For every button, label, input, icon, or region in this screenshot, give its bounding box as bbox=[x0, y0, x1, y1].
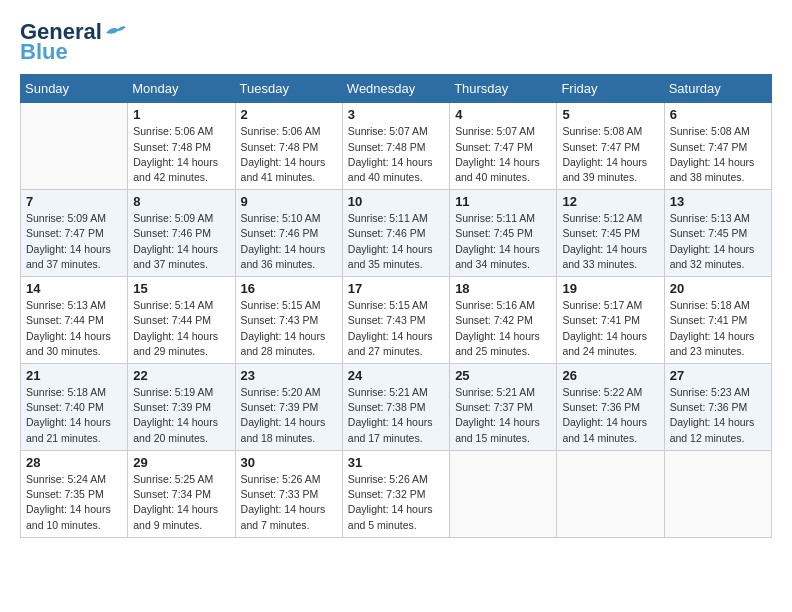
calendar-cell: 11Sunrise: 5:11 AM Sunset: 7:45 PM Dayli… bbox=[450, 190, 557, 277]
day-number: 4 bbox=[455, 107, 551, 122]
calendar-cell: 26Sunrise: 5:22 AM Sunset: 7:36 PM Dayli… bbox=[557, 364, 664, 451]
calendar-week-3: 14Sunrise: 5:13 AM Sunset: 7:44 PM Dayli… bbox=[21, 277, 772, 364]
calendar-header-wednesday: Wednesday bbox=[342, 75, 449, 103]
day-info: Sunrise: 5:26 AM Sunset: 7:32 PM Dayligh… bbox=[348, 472, 444, 533]
calendar-cell: 30Sunrise: 5:26 AM Sunset: 7:33 PM Dayli… bbox=[235, 450, 342, 537]
calendar-header-monday: Monday bbox=[128, 75, 235, 103]
day-info: Sunrise: 5:18 AM Sunset: 7:41 PM Dayligh… bbox=[670, 298, 766, 359]
day-info: Sunrise: 5:11 AM Sunset: 7:45 PM Dayligh… bbox=[455, 211, 551, 272]
day-info: Sunrise: 5:08 AM Sunset: 7:47 PM Dayligh… bbox=[562, 124, 658, 185]
calendar-week-2: 7Sunrise: 5:09 AM Sunset: 7:47 PM Daylig… bbox=[21, 190, 772, 277]
day-number: 19 bbox=[562, 281, 658, 296]
calendar-cell: 10Sunrise: 5:11 AM Sunset: 7:46 PM Dayli… bbox=[342, 190, 449, 277]
calendar-table: SundayMondayTuesdayWednesdayThursdayFrid… bbox=[20, 74, 772, 537]
day-info: Sunrise: 5:07 AM Sunset: 7:47 PM Dayligh… bbox=[455, 124, 551, 185]
day-number: 31 bbox=[348, 455, 444, 470]
calendar-header-tuesday: Tuesday bbox=[235, 75, 342, 103]
day-info: Sunrise: 5:24 AM Sunset: 7:35 PM Dayligh… bbox=[26, 472, 122, 533]
calendar-cell: 3Sunrise: 5:07 AM Sunset: 7:48 PM Daylig… bbox=[342, 103, 449, 190]
day-number: 11 bbox=[455, 194, 551, 209]
calendar-cell: 12Sunrise: 5:12 AM Sunset: 7:45 PM Dayli… bbox=[557, 190, 664, 277]
calendar-header-saturday: Saturday bbox=[664, 75, 771, 103]
calendar-cell: 25Sunrise: 5:21 AM Sunset: 7:37 PM Dayli… bbox=[450, 364, 557, 451]
day-number: 6 bbox=[670, 107, 766, 122]
day-info: Sunrise: 5:10 AM Sunset: 7:46 PM Dayligh… bbox=[241, 211, 337, 272]
day-number: 10 bbox=[348, 194, 444, 209]
day-number: 7 bbox=[26, 194, 122, 209]
day-info: Sunrise: 5:21 AM Sunset: 7:38 PM Dayligh… bbox=[348, 385, 444, 446]
day-number: 22 bbox=[133, 368, 229, 383]
day-info: Sunrise: 5:06 AM Sunset: 7:48 PM Dayligh… bbox=[133, 124, 229, 185]
calendar-cell: 18Sunrise: 5:16 AM Sunset: 7:42 PM Dayli… bbox=[450, 277, 557, 364]
calendar-cell: 9Sunrise: 5:10 AM Sunset: 7:46 PM Daylig… bbox=[235, 190, 342, 277]
day-number: 5 bbox=[562, 107, 658, 122]
day-number: 29 bbox=[133, 455, 229, 470]
day-info: Sunrise: 5:15 AM Sunset: 7:43 PM Dayligh… bbox=[348, 298, 444, 359]
day-number: 27 bbox=[670, 368, 766, 383]
calendar-header-row: SundayMondayTuesdayWednesdayThursdayFrid… bbox=[21, 75, 772, 103]
day-number: 25 bbox=[455, 368, 551, 383]
day-info: Sunrise: 5:17 AM Sunset: 7:41 PM Dayligh… bbox=[562, 298, 658, 359]
calendar-cell: 19Sunrise: 5:17 AM Sunset: 7:41 PM Dayli… bbox=[557, 277, 664, 364]
day-number: 9 bbox=[241, 194, 337, 209]
calendar-cell: 27Sunrise: 5:23 AM Sunset: 7:36 PM Dayli… bbox=[664, 364, 771, 451]
calendar-cell: 22Sunrise: 5:19 AM Sunset: 7:39 PM Dayli… bbox=[128, 364, 235, 451]
calendar-body: 1Sunrise: 5:06 AM Sunset: 7:48 PM Daylig… bbox=[21, 103, 772, 537]
calendar-cell: 13Sunrise: 5:13 AM Sunset: 7:45 PM Dayli… bbox=[664, 190, 771, 277]
day-number: 16 bbox=[241, 281, 337, 296]
calendar-header-thursday: Thursday bbox=[450, 75, 557, 103]
calendar-cell: 29Sunrise: 5:25 AM Sunset: 7:34 PM Dayli… bbox=[128, 450, 235, 537]
calendar-cell bbox=[557, 450, 664, 537]
calendar-cell: 2Sunrise: 5:06 AM Sunset: 7:48 PM Daylig… bbox=[235, 103, 342, 190]
calendar-cell: 6Sunrise: 5:08 AM Sunset: 7:47 PM Daylig… bbox=[664, 103, 771, 190]
day-info: Sunrise: 5:18 AM Sunset: 7:40 PM Dayligh… bbox=[26, 385, 122, 446]
day-number: 24 bbox=[348, 368, 444, 383]
day-info: Sunrise: 5:08 AM Sunset: 7:47 PM Dayligh… bbox=[670, 124, 766, 185]
day-number: 23 bbox=[241, 368, 337, 383]
day-number: 13 bbox=[670, 194, 766, 209]
calendar-cell: 8Sunrise: 5:09 AM Sunset: 7:46 PM Daylig… bbox=[128, 190, 235, 277]
calendar-cell: 17Sunrise: 5:15 AM Sunset: 7:43 PM Dayli… bbox=[342, 277, 449, 364]
day-number: 30 bbox=[241, 455, 337, 470]
day-number: 21 bbox=[26, 368, 122, 383]
day-number: 8 bbox=[133, 194, 229, 209]
calendar-cell: 16Sunrise: 5:15 AM Sunset: 7:43 PM Dayli… bbox=[235, 277, 342, 364]
calendar-cell: 15Sunrise: 5:14 AM Sunset: 7:44 PM Dayli… bbox=[128, 277, 235, 364]
calendar-cell: 20Sunrise: 5:18 AM Sunset: 7:41 PM Dayli… bbox=[664, 277, 771, 364]
logo: General Blue bbox=[20, 20, 126, 64]
day-number: 2 bbox=[241, 107, 337, 122]
day-info: Sunrise: 5:21 AM Sunset: 7:37 PM Dayligh… bbox=[455, 385, 551, 446]
day-info: Sunrise: 5:22 AM Sunset: 7:36 PM Dayligh… bbox=[562, 385, 658, 446]
day-info: Sunrise: 5:11 AM Sunset: 7:46 PM Dayligh… bbox=[348, 211, 444, 272]
calendar-week-5: 28Sunrise: 5:24 AM Sunset: 7:35 PM Dayli… bbox=[21, 450, 772, 537]
day-info: Sunrise: 5:09 AM Sunset: 7:46 PM Dayligh… bbox=[133, 211, 229, 272]
calendar-cell: 1Sunrise: 5:06 AM Sunset: 7:48 PM Daylig… bbox=[128, 103, 235, 190]
calendar-cell: 28Sunrise: 5:24 AM Sunset: 7:35 PM Dayli… bbox=[21, 450, 128, 537]
day-info: Sunrise: 5:14 AM Sunset: 7:44 PM Dayligh… bbox=[133, 298, 229, 359]
day-info: Sunrise: 5:07 AM Sunset: 7:48 PM Dayligh… bbox=[348, 124, 444, 185]
day-info: Sunrise: 5:19 AM Sunset: 7:39 PM Dayligh… bbox=[133, 385, 229, 446]
calendar-cell: 14Sunrise: 5:13 AM Sunset: 7:44 PM Dayli… bbox=[21, 277, 128, 364]
calendar-week-4: 21Sunrise: 5:18 AM Sunset: 7:40 PM Dayli… bbox=[21, 364, 772, 451]
day-info: Sunrise: 5:13 AM Sunset: 7:45 PM Dayligh… bbox=[670, 211, 766, 272]
day-info: Sunrise: 5:15 AM Sunset: 7:43 PM Dayligh… bbox=[241, 298, 337, 359]
calendar-header-sunday: Sunday bbox=[21, 75, 128, 103]
day-info: Sunrise: 5:23 AM Sunset: 7:36 PM Dayligh… bbox=[670, 385, 766, 446]
day-number: 17 bbox=[348, 281, 444, 296]
calendar-cell: 21Sunrise: 5:18 AM Sunset: 7:40 PM Dayli… bbox=[21, 364, 128, 451]
calendar-cell bbox=[21, 103, 128, 190]
calendar-cell: 4Sunrise: 5:07 AM Sunset: 7:47 PM Daylig… bbox=[450, 103, 557, 190]
logo-bird-icon bbox=[104, 24, 126, 42]
calendar-cell: 24Sunrise: 5:21 AM Sunset: 7:38 PM Dayli… bbox=[342, 364, 449, 451]
day-number: 18 bbox=[455, 281, 551, 296]
day-number: 3 bbox=[348, 107, 444, 122]
calendar-cell bbox=[664, 450, 771, 537]
day-info: Sunrise: 5:12 AM Sunset: 7:45 PM Dayligh… bbox=[562, 211, 658, 272]
calendar-week-1: 1Sunrise: 5:06 AM Sunset: 7:48 PM Daylig… bbox=[21, 103, 772, 190]
calendar-cell: 31Sunrise: 5:26 AM Sunset: 7:32 PM Dayli… bbox=[342, 450, 449, 537]
day-info: Sunrise: 5:20 AM Sunset: 7:39 PM Dayligh… bbox=[241, 385, 337, 446]
day-number: 14 bbox=[26, 281, 122, 296]
day-number: 1 bbox=[133, 107, 229, 122]
day-info: Sunrise: 5:13 AM Sunset: 7:44 PM Dayligh… bbox=[26, 298, 122, 359]
day-number: 28 bbox=[26, 455, 122, 470]
